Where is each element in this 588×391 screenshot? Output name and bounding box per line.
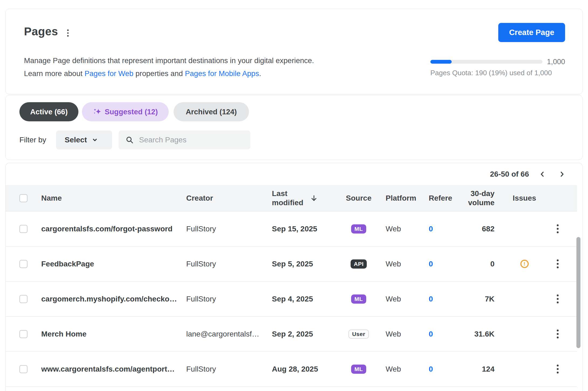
page-last-modified: Sep 2, 2025 bbox=[272, 330, 332, 338]
next-page-button[interactable] bbox=[556, 168, 568, 180]
source-badge: ML bbox=[351, 294, 366, 304]
tab-suggested-label: Suggested (12) bbox=[105, 108, 158, 116]
filter-by-label: Filter by bbox=[19, 136, 46, 144]
quota-max-label: 1,000 bbox=[547, 58, 565, 66]
search-icon bbox=[126, 136, 134, 144]
page-volume: 0 bbox=[466, 260, 499, 268]
table-row[interactable]: cargorentalsfs.com/forgot-password FullS… bbox=[6, 211, 577, 246]
page-name[interactable]: cargorentalsfs.com/forgot-password bbox=[41, 225, 186, 233]
page-creator: FullStory bbox=[186, 260, 272, 268]
page-platform: Web bbox=[386, 365, 429, 373]
referrals-count-link[interactable]: 0 bbox=[429, 295, 466, 303]
row-checkbox[interactable] bbox=[19, 260, 27, 268]
filter-select-value: Select bbox=[65, 136, 87, 144]
column-header-referrals: Refere bbox=[429, 194, 466, 203]
column-header-name: Name bbox=[41, 194, 186, 203]
issue-warning-icon[interactable]: ! bbox=[520, 260, 529, 268]
table-row[interactable]: www.cargorentalsfs.com/agentport… FullSt… bbox=[6, 352, 577, 387]
page-description: Manage Page definitions that represent i… bbox=[24, 54, 314, 80]
page-platform: Web bbox=[386, 225, 429, 233]
referrals-count-link[interactable]: 0 bbox=[429, 330, 466, 338]
sparkle-icon bbox=[93, 108, 101, 116]
quota-usage-text: Pages Quota: 190 (19%) used of 1,000 bbox=[430, 69, 565, 77]
row-menu-kebab-icon[interactable] bbox=[557, 224, 559, 233]
table-row[interactable]: cargomerch.myshopify.com/checko… FullSto… bbox=[6, 282, 577, 317]
page-title: Pages bbox=[24, 25, 58, 38]
page-last-modified: Sep 5, 2025 bbox=[272, 260, 332, 268]
table-row[interactable]: FeedbackPage FullStory Sep 5, 2025 API W… bbox=[6, 246, 577, 282]
referrals-count-link[interactable]: 0 bbox=[429, 225, 466, 233]
description-line2: Learn more about Pages for Web propertie… bbox=[24, 67, 314, 80]
page-last-modified: Aug 28, 2025 bbox=[272, 365, 332, 373]
row-checkbox[interactable] bbox=[19, 365, 27, 373]
search-box[interactable] bbox=[119, 131, 250, 149]
page-volume: 31.6K bbox=[466, 330, 499, 338]
table-header: Name Creator Last modified Source Platfo… bbox=[6, 185, 577, 211]
referrals-count-link[interactable]: 0 bbox=[429, 260, 466, 268]
page-name[interactable]: www.cargorentalsfs.com/agentport… bbox=[41, 365, 186, 373]
quota-progress-bar bbox=[430, 60, 542, 64]
page-creator: lane@cargorentalsf… bbox=[186, 330, 272, 338]
sort-descending-icon bbox=[310, 194, 318, 202]
chevron-left-icon bbox=[539, 171, 546, 178]
page-volume: 7K bbox=[466, 295, 499, 303]
description-line1: Manage Page definitions that represent i… bbox=[24, 54, 314, 67]
page-last-modified: Sep 4, 2025 bbox=[272, 295, 332, 303]
chevron-right-icon bbox=[558, 171, 565, 178]
pagination: 26-50 of 66 bbox=[6, 163, 582, 185]
page-creator: FullStory bbox=[186, 295, 272, 303]
page-platform: Web bbox=[386, 295, 429, 303]
referrals-count-link[interactable]: 0 bbox=[429, 365, 466, 373]
page-creator: FullStory bbox=[186, 225, 272, 233]
table-row[interactable]: Merch Home lane@cargorentalsf… Sep 2, 20… bbox=[6, 317, 577, 352]
page-platform: Web bbox=[386, 260, 429, 268]
filters-card: Active (66) Suggested (12) Archived (124… bbox=[5, 95, 583, 160]
source-badge: ML bbox=[351, 365, 366, 374]
previous-page-button[interactable] bbox=[537, 168, 548, 180]
source-badge: API bbox=[351, 259, 367, 269]
table-body: cargorentalsfs.com/forgot-password FullS… bbox=[6, 211, 582, 387]
row-menu-kebab-icon[interactable] bbox=[557, 294, 559, 303]
page-title-kebab-icon[interactable] bbox=[67, 29, 69, 37]
column-header-creator: Creator bbox=[186, 194, 272, 203]
pages-header-card: Pages Create Page Manage Page definition… bbox=[5, 9, 583, 94]
source-badge: ML bbox=[351, 224, 366, 234]
column-header-issues: Issues bbox=[499, 194, 550, 203]
chevron-down-icon bbox=[92, 137, 98, 143]
pages-for-web-link[interactable]: Pages for Web bbox=[85, 69, 133, 78]
row-checkbox[interactable] bbox=[19, 225, 27, 233]
select-all-checkbox[interactable] bbox=[19, 194, 27, 202]
row-menu-kebab-icon[interactable] bbox=[557, 259, 559, 268]
pages-quota: 1,000 Pages Quota: 190 (19%) used of 1,0… bbox=[430, 57, 565, 77]
row-checkbox[interactable] bbox=[19, 330, 27, 338]
page-name[interactable]: FeedbackPage bbox=[41, 260, 186, 268]
column-header-last-modified[interactable]: Last modified bbox=[272, 189, 332, 207]
pagination-range: 26-50 of 66 bbox=[490, 170, 529, 179]
row-menu-kebab-icon[interactable] bbox=[557, 330, 559, 338]
page-platform: Web bbox=[386, 330, 429, 338]
filter-select-dropdown[interactable]: Select bbox=[56, 131, 112, 149]
page-volume: 124 bbox=[466, 365, 499, 373]
page-name[interactable]: cargomerch.myshopify.com/checko… bbox=[41, 295, 186, 303]
search-input[interactable] bbox=[139, 136, 241, 144]
row-checkbox[interactable] bbox=[19, 295, 27, 303]
pages-for-mobile-apps-link[interactable]: Pages for Mobile Apps bbox=[185, 69, 259, 78]
page-last-modified: Sep 15, 2025 bbox=[272, 225, 332, 233]
page-volume: 682 bbox=[466, 225, 499, 233]
quota-progress-fill bbox=[430, 60, 452, 64]
pages-table-card: 26-50 of 66 Name Creator Last modified S… bbox=[5, 163, 583, 391]
column-header-platform: Platform bbox=[386, 194, 429, 203]
tab-archived[interactable]: Archived (124) bbox=[174, 102, 249, 121]
table-scrollbar-thumb[interactable] bbox=[576, 237, 580, 348]
create-page-button[interactable]: Create Page bbox=[498, 23, 565, 42]
tab-active[interactable]: Active (66) bbox=[19, 102, 78, 121]
row-menu-kebab-icon[interactable] bbox=[557, 365, 559, 373]
column-header-volume: 30-day volume bbox=[466, 189, 499, 207]
page-creator: FullStory bbox=[186, 365, 272, 373]
source-badge: User bbox=[348, 330, 369, 339]
column-header-source: Source bbox=[332, 194, 386, 203]
page-name[interactable]: Merch Home bbox=[41, 330, 186, 338]
tab-suggested[interactable]: Suggested (12) bbox=[82, 102, 169, 121]
